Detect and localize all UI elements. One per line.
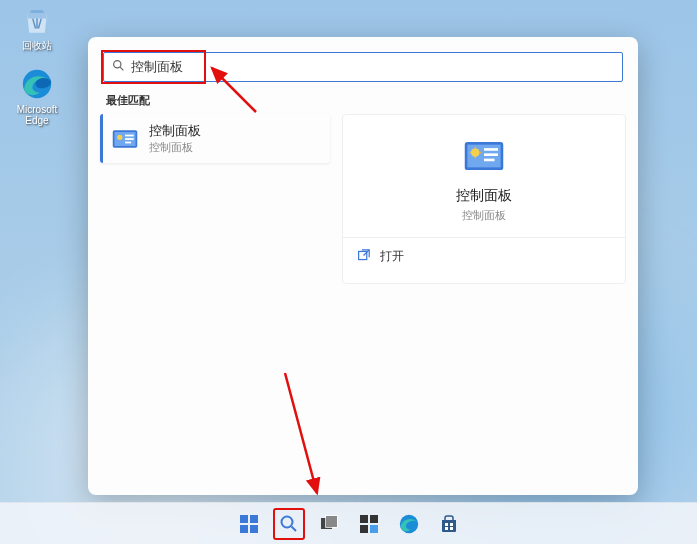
search-box[interactable] [103, 52, 623, 82]
taskbar-store-button[interactable] [433, 508, 465, 540]
task-view-button[interactable] [313, 508, 345, 540]
taskbar-edge-button[interactable] [393, 508, 425, 540]
svg-rect-27 [360, 515, 368, 523]
preview-title: 控制面板 [343, 187, 625, 205]
svg-rect-20 [240, 525, 248, 533]
taskbar [0, 502, 697, 544]
best-match-label: 最佳匹配 [106, 93, 620, 108]
svg-rect-26 [326, 516, 337, 527]
svg-rect-35 [450, 527, 453, 530]
search-icon [112, 59, 125, 75]
preview-card: 控制面板 控制面板 打开 [342, 114, 626, 284]
svg-point-1 [114, 61, 121, 68]
widgets-button[interactable] [353, 508, 385, 540]
open-action[interactable]: 打开 [343, 238, 625, 275]
svg-rect-33 [450, 523, 453, 526]
svg-rect-19 [250, 515, 258, 523]
open-label: 打开 [380, 248, 404, 265]
svg-rect-29 [360, 525, 368, 533]
svg-rect-28 [370, 515, 378, 523]
preview-control-panel-icon [463, 135, 505, 177]
taskbar-search-button[interactable] [273, 508, 305, 540]
edge-shortcut[interactable]: Microsoft Edge [6, 66, 68, 126]
preview-subtitle: 控制面板 [343, 208, 625, 223]
svg-point-11 [471, 148, 480, 157]
search-panel: 全部 应用 文档 设置 更多 最佳匹配 控制面板 控制面板 [88, 37, 638, 495]
edge-label: Microsoft Edge [6, 104, 68, 126]
result-subtitle: 控制面板 [149, 140, 201, 155]
svg-line-2 [120, 67, 123, 70]
svg-rect-7 [125, 138, 134, 140]
result-title: 控制面板 [149, 122, 201, 140]
results-list: 控制面板 控制面板 [100, 114, 330, 284]
recycle-bin-label: 回收站 [6, 40, 68, 51]
recycle-bin-icon [19, 2, 55, 38]
open-icon [357, 249, 370, 265]
svg-point-22 [281, 516, 292, 527]
svg-rect-18 [240, 515, 248, 523]
control-panel-icon [111, 125, 139, 153]
svg-point-5 [117, 134, 122, 139]
svg-rect-14 [484, 159, 495, 162]
edge-icon [19, 66, 55, 102]
svg-rect-6 [125, 134, 134, 136]
svg-rect-34 [445, 527, 448, 530]
svg-rect-21 [250, 525, 258, 533]
svg-rect-13 [484, 153, 498, 156]
result-control-panel[interactable]: 控制面板 控制面板 [100, 114, 330, 163]
start-button[interactable] [233, 508, 265, 540]
svg-rect-8 [125, 141, 131, 143]
recycle-bin-shortcut[interactable]: 回收站 [6, 2, 68, 51]
svg-rect-12 [484, 148, 498, 151]
svg-line-23 [291, 526, 296, 531]
svg-rect-32 [445, 523, 448, 526]
svg-rect-30 [370, 525, 378, 533]
search-input[interactable] [131, 60, 614, 75]
